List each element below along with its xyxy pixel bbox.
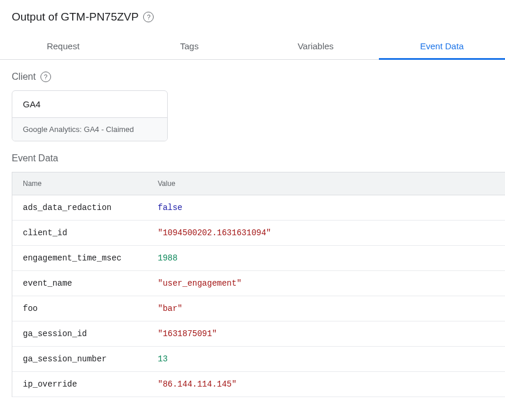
table-row[interactable]: event_name"user_engagement" — [12, 271, 505, 296]
event-data-table: Name Value ads_data_redactionfalseclient… — [12, 172, 505, 397]
cell-value: 13 — [147, 347, 505, 371]
column-header-value: Value — [147, 172, 505, 195]
client-section-label: Client — [12, 72, 36, 82]
cell-name: event_name — [12, 271, 147, 296]
cell-name: foo — [12, 296, 147, 321]
table-row[interactable]: client_id"1094500202.1631631094" — [12, 221, 505, 246]
table-row[interactable]: engagement_time_msec1988 — [12, 246, 505, 271]
cell-value: "86.144.114.145" — [147, 372, 505, 397]
tab-tags[interactable]: Tags — [126, 33, 252, 59]
event-data-section-label: Event Data — [12, 153, 505, 164]
cell-value: "bar" — [147, 296, 505, 321]
cell-value: "user_engagement" — [147, 271, 505, 296]
table-row[interactable]: foo"bar" — [12, 296, 505, 321]
tabs-bar: RequestTagsVariablesEvent Data — [0, 33, 505, 60]
cell-value: "1094500202.1631631094" — [147, 221, 505, 245]
cell-name: client_id — [12, 221, 147, 245]
client-card[interactable]: GA4 Google Analytics: GA4 - Claimed — [12, 90, 168, 141]
client-name: GA4 — [12, 91, 167, 117]
page-title: Output of GTM-PN75ZVP — [12, 11, 138, 23]
tab-variables[interactable]: Variables — [253, 33, 379, 59]
cell-name: ga_session_number — [12, 347, 147, 371]
event-data-section: Event Data Name Value ads_data_redaction… — [0, 153, 505, 397]
cell-value: false — [147, 195, 505, 220]
client-detail: Google Analytics: GA4 - Claimed — [12, 117, 167, 141]
tab-event-data[interactable]: Event Data — [379, 33, 505, 59]
page-header: Output of GTM-PN75ZVP ? — [0, 0, 505, 33]
help-icon[interactable]: ? — [40, 72, 51, 82]
cell-name: ga_session_id — [12, 321, 147, 346]
client-section: Client ? GA4 Google Analytics: GA4 - Cla… — [0, 60, 505, 153]
tab-request[interactable]: Request — [0, 33, 126, 59]
cell-value: "1631875091" — [147, 321, 505, 346]
cell-name: engagement_time_msec — [12, 246, 147, 270]
table-row[interactable]: ga_session_id"1631875091" — [12, 321, 505, 347]
table-header: Name Value — [12, 172, 505, 195]
table-row[interactable]: ga_session_number13 — [12, 347, 505, 372]
help-icon[interactable]: ? — [143, 12, 154, 22]
column-header-name: Name — [12, 172, 147, 195]
cell-name: ads_data_redaction — [12, 195, 147, 220]
table-row[interactable]: ads_data_redactionfalse — [12, 195, 505, 221]
table-row[interactable]: ip_override"86.144.114.145" — [12, 372, 505, 397]
cell-value: 1988 — [147, 246, 505, 270]
cell-name: ip_override — [12, 372, 147, 397]
